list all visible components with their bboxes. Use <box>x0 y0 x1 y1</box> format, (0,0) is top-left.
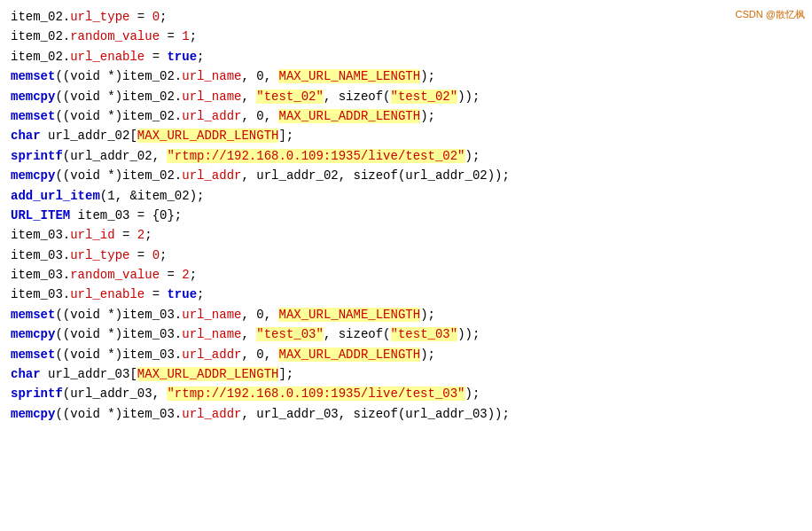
code-segment: item_03 <box>11 287 63 301</box>
code-segment: "rtmp://192.168.0.109:1935/live/test_03" <box>167 387 465 401</box>
code-line: memcpy((void *)item_03.url_addr, url_add… <box>11 404 801 424</box>
code-segment: url_enable <box>70 50 144 64</box>
code-segment: sprintf <box>11 387 63 401</box>
code-line: item_03.random_value = 2; <box>11 265 801 285</box>
code-line: item_02.url_enable = true; <box>11 47 801 66</box>
code-segment: . <box>63 29 70 43</box>
code-segment: , 0, <box>241 109 278 123</box>
code-segment: ; <box>144 228 152 242</box>
code-segment: ; <box>190 29 197 43</box>
code-lines: item_02.url_type = 0;item_02.random_valu… <box>11 7 801 424</box>
code-segment: = <box>144 287 167 301</box>
code-segment: . <box>63 50 70 64</box>
code-segment: url_addr_03[ <box>41 367 137 381</box>
code-segment: item_03 <box>11 268 63 282</box>
code-segment: MAX_URL_NAME_LENGTH <box>278 308 420 322</box>
code-segment: memcpy <box>11 168 55 183</box>
code-line: item_03.url_type = 0; <box>11 246 801 265</box>
code-segment: ]; <box>278 129 293 143</box>
code-segment: ((void *)item_02. <box>55 109 182 123</box>
code-segment: ((void *)item_03. <box>55 347 182 362</box>
code-segment: MAX_URL_ADDR_LENGTH <box>137 129 279 143</box>
code-segment: , url_addr_02, sizeof(url_addr_02)); <box>241 168 509 183</box>
code-segment: = <box>115 228 137 242</box>
watermark: CSDN @散忆枫 <box>736 7 805 23</box>
code-segment: , 0, <box>241 69 278 83</box>
code-line: memcpy((void *)item_02.url_name, "test_0… <box>11 87 801 106</box>
code-segment: ; <box>197 287 204 301</box>
code-line: item_03.url_enable = true; <box>11 285 801 304</box>
code-line: sprintf(url_addr_03, "rtmp://192.168.0.1… <box>11 384 801 403</box>
code-segment: , sizeof( <box>324 327 391 341</box>
code-segment: char <box>11 129 41 143</box>
code-segment: url_id <box>70 228 114 242</box>
code-line: char url_addr_02[MAX_URL_ADDR_LENGTH]; <box>11 126 801 145</box>
code-segment: ); <box>420 347 435 362</box>
code-segment: item_02 <box>11 29 63 43</box>
code-segment: memset <box>11 69 55 83</box>
code-segment: memset <box>11 347 55 362</box>
code-segment: MAX_URL_ADDR_LENGTH <box>278 109 420 123</box>
code-segment: url_addr_02[ <box>41 129 137 143</box>
code-segment: url_enable <box>70 287 144 301</box>
code-segment: "test_02" <box>256 90 324 104</box>
code-segment: , 0, <box>241 347 278 362</box>
code-segment: ); <box>465 387 480 401</box>
code-segment: = <box>129 10 152 24</box>
code-line: memcpy((void *)item_03.url_name, "test_0… <box>11 324 801 344</box>
code-segment: , url_addr_03, sizeof(url_addr_03)); <box>241 407 509 421</box>
code-segment: = <box>160 29 182 43</box>
code-segment: random_value <box>70 268 160 282</box>
code-segment: (1, &item_02); <box>100 189 205 203</box>
code-segment: URL_ITEM <box>11 208 70 223</box>
code-segment: = <box>144 50 167 64</box>
code-segment: . <box>63 228 70 242</box>
code-segment: url_name <box>182 90 241 104</box>
code-segment: , sizeof( <box>324 90 391 104</box>
code-segment: item_02 <box>11 10 63 24</box>
code-segment: url_addr <box>182 168 241 183</box>
code-segment: = <box>129 248 152 262</box>
code-segment: ; <box>160 10 167 24</box>
code-segment: item_03 <box>11 248 63 262</box>
code-segment: ((void *)item_02. <box>55 90 182 104</box>
code-segment: MAX_URL_ADDR_LENGTH <box>137 367 279 381</box>
code-line: memset((void *)item_02.url_addr, 0, MAX_… <box>11 106 801 126</box>
code-segment: url_name <box>182 308 241 322</box>
code-line: item_03.url_id = 2; <box>11 225 801 245</box>
code-segment: ((void *)item_02. <box>55 69 182 83</box>
code-segment: item_03 <box>11 228 63 242</box>
code-segment: memcpy <box>11 90 55 104</box>
code-segment: ); <box>420 308 435 322</box>
code-segment: )); <box>457 90 480 104</box>
code-segment: true <box>167 50 197 64</box>
code-line: memset((void *)item_02.url_name, 0, MAX_… <box>11 66 801 86</box>
code-segment: 1 <box>182 29 189 43</box>
code-line: add_url_item(1, &item_02); <box>11 186 801 206</box>
code-segment: 0 <box>152 10 160 24</box>
code-segment: url_addr <box>182 407 241 421</box>
code-segment: ; <box>160 248 167 262</box>
code-segment: ((void *)item_03. <box>55 327 182 341</box>
code-segment: memset <box>11 109 55 123</box>
code-line: item_02.random_value = 1; <box>11 27 801 46</box>
code-segment: add_url_item <box>11 189 100 203</box>
code-segment: . <box>63 248 70 262</box>
code-segment: . <box>63 287 70 301</box>
code-line: memcpy((void *)item_02.url_addr, url_add… <box>11 166 801 185</box>
code-line: memset((void *)item_03.url_name, 0, MAX_… <box>11 305 801 324</box>
code-segment: ((void *)item_03. <box>55 407 182 421</box>
code-segment: ); <box>420 109 435 123</box>
code-segment: )); <box>457 327 480 341</box>
code-segment: true <box>167 287 197 301</box>
code-segment: 2 <box>137 228 144 242</box>
code-segment: memcpy <box>11 327 55 341</box>
code-segment: (url_addr_02, <box>63 149 168 163</box>
code-block: CSDN @散忆枫 item_02.url_type = 0;item_02.r… <box>0 0 812 531</box>
code-segment: (url_addr_03, <box>63 387 168 401</box>
code-line: memset((void *)item_03.url_addr, 0, MAX_… <box>11 345 801 364</box>
code-segment: , 0, <box>241 308 278 322</box>
code-line: sprintf(url_addr_02, "rtmp://192.168.0.1… <box>11 146 801 166</box>
code-segment: "test_02" <box>391 90 458 104</box>
code-segment: = <box>160 268 182 282</box>
